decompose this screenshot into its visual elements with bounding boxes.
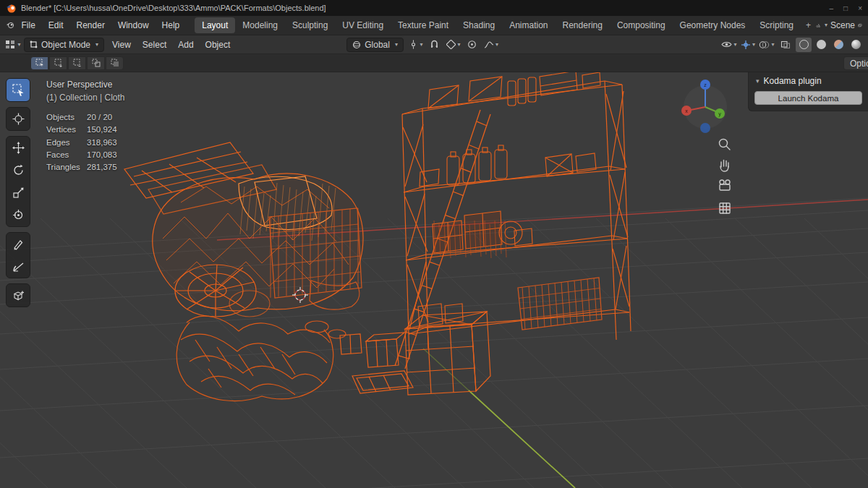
proportional-falloff-button[interactable]: ▾ (482, 38, 500, 52)
rotate-tool[interactable] (7, 159, 30, 181)
3d-viewport[interactable]: z x y (0, 72, 868, 488)
snap-toggle-button[interactable] (426, 38, 443, 52)
cursor-tool[interactable] (7, 108, 30, 130)
options-dropdown[interactable]: Options ▾ (843, 56, 868, 70)
menu-window[interactable]: Window (111, 17, 156, 33)
top-menu-bar: File Edit Render Window Help Layout Mode… (0, 16, 868, 35)
orientation-label: Global (365, 40, 390, 50)
viewport-menu-select[interactable]: Select (137, 37, 172, 53)
stat-label: Faces (46, 149, 87, 161)
shading-wireframe-button[interactable] (796, 38, 812, 52)
workspace-tab-texture-paint[interactable]: Texture Paint (391, 17, 456, 33)
menu-help[interactable]: Help (156, 17, 187, 33)
select-invert-icon (92, 59, 101, 67)
measure-icon (12, 260, 25, 273)
workspace-tabs: Layout Modeling Sculpting UV Editing Tex… (195, 17, 816, 33)
rotate-icon (12, 164, 25, 176)
annotate-icon (12, 238, 25, 250)
zoom-button[interactable] (720, 140, 731, 150)
menu-file[interactable]: File (14, 17, 41, 33)
menu-edit[interactable]: Edit (42, 17, 70, 33)
proportional-editing-button[interactable] (464, 38, 481, 52)
scale-tool[interactable] (7, 181, 30, 204)
select-intersect-icon (111, 59, 119, 67)
transform-tool[interactable] (7, 204, 30, 226)
viewport-menu-view[interactable]: View (106, 37, 137, 53)
workspace-tab-sculpting[interactable]: Sculpting (285, 17, 335, 33)
pivot-point-button[interactable]: ▾ (407, 38, 425, 52)
viewport-menu-add[interactable]: Add (172, 37, 199, 53)
shading-rendered-button[interactable] (848, 38, 864, 52)
orientation-icon (352, 40, 361, 49)
stat-value: 281,375 (87, 161, 117, 174)
blender-menu-logo-icon[interactable] (6, 20, 14, 30)
pan-hand-button[interactable] (720, 160, 728, 172)
workspace-tab-shading[interactable]: Shading (456, 17, 502, 33)
scene-name[interactable]: Scene (830, 20, 855, 30)
select-mode-subtract-button[interactable] (68, 56, 86, 70)
workspace-tab-modeling[interactable]: Modeling (235, 17, 285, 33)
select-box-tool[interactable] (7, 79, 30, 101)
workspace-tab-compositing[interactable]: Compositing (610, 17, 673, 33)
xray-button[interactable] (777, 38, 794, 52)
mode-label: Object Mode (41, 40, 90, 50)
orientation-dropdown[interactable]: Global ▾ (346, 38, 404, 52)
minimize-button[interactable]: – (830, 4, 834, 12)
gizmo-minus-z-axis[interactable] (700, 123, 710, 133)
kodama-plugin-panel: ▾ Kodama plugin Launch Kodama (748, 72, 868, 111)
visibility-button[interactable]: ▾ (720, 38, 738, 52)
title-bar: Blender* [C:\Users\hussa\OneDrive\Deskto… (0, 0, 868, 16)
gizmos-button[interactable]: ▾ (739, 38, 757, 52)
launch-kodama-button[interactable]: Launch Kodama (754, 91, 862, 105)
workspace-tab-animation[interactable]: Animation (502, 17, 555, 33)
cursor-icon (12, 113, 25, 125)
select-mode-intersect-button[interactable] (106, 56, 124, 70)
vehicle-wireframe[interactable] (124, 142, 363, 401)
collection-label: (1) Collection | Cloth (46, 91, 125, 104)
workspace-tab-layout[interactable]: Layout (195, 17, 235, 33)
mode-dropdown[interactable]: Object Mode ▾ (24, 38, 104, 52)
scene-icon[interactable] (816, 21, 820, 30)
basket-wireframe[interactable] (518, 278, 602, 330)
workspace-tab-scripting[interactable]: Scripting (752, 17, 801, 33)
overlays-button[interactable]: ▾ (758, 38, 775, 52)
shading-solid-button[interactable] (813, 38, 829, 52)
xray-icon (780, 40, 791, 49)
stat-value: 150,924 (87, 124, 117, 136)
workspace-tab-uv-editing[interactable]: UV Editing (335, 17, 391, 33)
select-mode-set-button[interactable] (30, 56, 48, 70)
workspace-add-tab[interactable]: + (801, 17, 816, 33)
snap-settings-button[interactable]: ▾ (445, 38, 462, 52)
select-mode-invert-button[interactable] (87, 56, 105, 70)
menu-render[interactable]: Render (70, 17, 111, 33)
stat-label: Vertices (46, 124, 87, 136)
view-perspective-label: User Perspective (46, 78, 125, 91)
select-extend-icon (54, 59, 63, 67)
workspace-tab-geometry-nodes[interactable]: Geometry Nodes (673, 17, 753, 33)
nav-gizmo[interactable]: z x y (681, 80, 727, 133)
select-mode-extend-button[interactable] (49, 56, 67, 70)
editor-type-button[interactable]: ▾ (4, 38, 22, 52)
y-axis-line (469, 390, 575, 488)
stat-value: 20 / 20 (87, 111, 112, 124)
viewport-menu-object[interactable]: Object (200, 37, 237, 53)
snap-target-icon (446, 40, 456, 49)
scale-icon (12, 187, 25, 199)
view-layer-icon[interactable] (858, 21, 862, 30)
measure-tool[interactable] (7, 255, 30, 278)
shading-material-button[interactable] (830, 38, 846, 52)
shelf-items-wireframe[interactable] (418, 72, 600, 327)
select-box-icon (12, 84, 25, 96)
annotate-tool[interactable] (7, 233, 30, 255)
add-cube-tool[interactable] (7, 284, 30, 307)
scene-dropdown-caret[interactable]: ▾ (825, 22, 827, 28)
kodama-panel-header[interactable]: ▾ Kodama plugin (754, 76, 862, 86)
close-button[interactable]: × (858, 4, 862, 12)
viewport-side-buttons (720, 140, 731, 214)
proportional-icon (467, 40, 477, 49)
camera-view-button[interactable] (720, 180, 730, 190)
maximize-button[interactable]: □ (843, 4, 848, 12)
workspace-tab-rendering[interactable]: Rendering (556, 17, 610, 33)
move-tool[interactable] (7, 137, 30, 159)
select-subtract-icon (73, 59, 82, 67)
